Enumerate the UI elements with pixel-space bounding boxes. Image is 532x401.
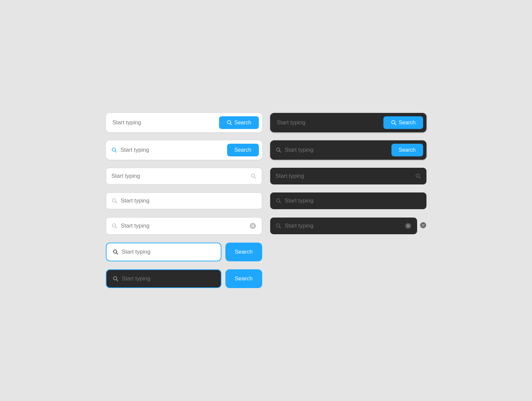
svg-line-30 (116, 253, 118, 255)
empty-right-row7 (270, 269, 426, 288)
search-input-4d[interactable] (285, 197, 421, 204)
search-button-6[interactable]: Search (225, 243, 262, 261)
svg-line-13 (115, 202, 117, 204)
search-icon-5d (276, 223, 282, 229)
search-bar-dark-icon-left (270, 192, 426, 209)
search-input-4[interactable] (121, 197, 256, 204)
clear-button-5d[interactable] (404, 222, 412, 230)
search-btn-label-6: Search (235, 249, 253, 255)
extra-clear-icon-5d[interactable] (420, 222, 426, 230)
search-icon-1d (391, 120, 397, 126)
clear-icon-5d (405, 223, 411, 229)
svg-point-6 (276, 148, 280, 151)
search-icon-3 (250, 173, 256, 179)
svg-line-11 (419, 177, 420, 179)
search-bar-dark-pill: Search (270, 113, 426, 132)
search-icon-4 (112, 198, 118, 204)
svg-line-9 (254, 177, 256, 179)
search-icon-4d (276, 198, 282, 204)
search-bar-white-icon-flat: Search (106, 140, 262, 160)
search-input-1d[interactable] (277, 119, 380, 126)
search-button-2[interactable]: Search (227, 144, 259, 156)
svg-line-17 (115, 227, 117, 229)
search-bar-white-icon-right (106, 168, 262, 184)
search-icon-1 (226, 120, 232, 126)
svg-point-14 (276, 199, 280, 202)
icon-input-wrapper-4d (276, 197, 421, 204)
search-input-3[interactable] (112, 173, 247, 179)
svg-point-10 (416, 174, 419, 177)
search-icon-2d (276, 147, 282, 153)
icon-input-wrapper-2 (111, 147, 224, 153)
svg-line-3 (394, 124, 396, 125)
search-btn-label-2d: Search (399, 147, 416, 153)
svg-point-2 (391, 121, 395, 124)
icon-input-wrapper-5 (112, 223, 246, 229)
search-button-2d[interactable]: Search (391, 144, 423, 156)
search-bar-white-clear (106, 217, 262, 235)
search-button-1[interactable]: Search (219, 116, 259, 129)
search-input-5d[interactable] (285, 223, 401, 229)
svg-point-16 (112, 224, 116, 227)
search-icon-3d (415, 173, 421, 179)
icon-input-wrapper-4 (112, 197, 256, 204)
search-icon-6 (113, 249, 119, 255)
icon-input-wrapper-2d (276, 147, 388, 153)
svg-point-4 (112, 148, 115, 151)
clear-button-5[interactable] (249, 222, 256, 230)
empty-right-row6 (270, 243, 426, 261)
search-icon-2 (111, 147, 117, 153)
search-input-1[interactable] (113, 119, 216, 126)
svg-point-21 (276, 224, 280, 227)
search-bar-white-pill: Search (106, 113, 262, 132)
search-button-7[interactable]: Search (225, 269, 262, 288)
search-icon-5 (112, 223, 118, 229)
svg-point-8 (251, 174, 254, 177)
svg-line-22 (279, 227, 281, 229)
search-variants-container: Search Search Search (106, 113, 426, 288)
search-btn-label-2: Search (234, 147, 251, 153)
icon-input-wrapper-5d (276, 223, 401, 229)
search-bar-dark-clear-wrapper (270, 217, 426, 235)
search-input-5[interactable] (121, 223, 246, 229)
search-input-2[interactable] (121, 147, 224, 153)
svg-line-5 (115, 151, 117, 153)
search-split-dark: Search (106, 269, 262, 288)
search-btn-label-1d: Search (399, 120, 416, 126)
svg-point-0 (227, 121, 230, 124)
search-btn-label-7: Search (235, 275, 253, 282)
search-bar-dark-clear (270, 218, 417, 234)
search-input-7[interactable] (122, 275, 215, 282)
search-icon-7 (113, 276, 119, 282)
svg-point-12 (112, 199, 116, 202)
search-bar-dark-icon-flat: Search (270, 140, 426, 160)
svg-point-31 (113, 277, 117, 280)
search-btn-label-1: Search (234, 120, 251, 126)
svg-line-7 (279, 151, 281, 153)
search-split-white: Search (106, 243, 262, 261)
search-input-6[interactable] (122, 249, 215, 255)
search-input-3d[interactable] (276, 173, 412, 179)
search-button-1d[interactable]: Search (383, 116, 423, 129)
search-bar-dark-icon-right (270, 168, 426, 184)
svg-line-15 (279, 202, 281, 204)
clear-icon-5 (249, 223, 256, 229)
split-input-box-dark (106, 269, 221, 288)
search-input-2d[interactable] (285, 147, 388, 153)
svg-line-1 (230, 124, 232, 125)
split-input-box-white (106, 243, 221, 261)
svg-point-29 (113, 250, 117, 253)
search-bar-white-icon-left (106, 192, 262, 209)
svg-line-32 (116, 280, 118, 281)
